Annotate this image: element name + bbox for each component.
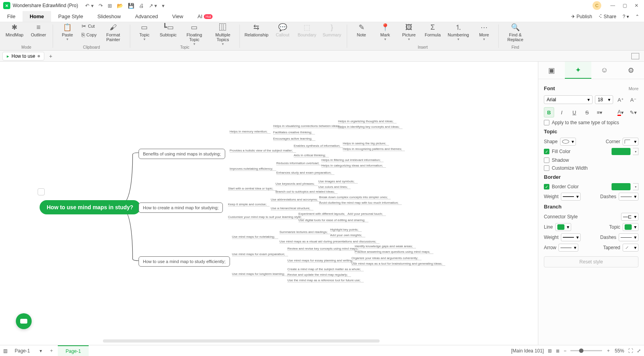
- menu-file[interactable]: File: [0, 11, 23, 22]
- floating-topic-button[interactable]: ▭Floating Topic▼: [181, 22, 208, 48]
- sub[interactable]: Helps in recognizing patterns and themes…: [343, 147, 402, 151]
- line-color-select[interactable]: ▾: [555, 223, 571, 231]
- font-size-select[interactable]: 18▾: [595, 95, 613, 104]
- sub[interactable]: Provides a holistic view of the subject …: [230, 149, 293, 152]
- sub[interactable]: Highlight key points;: [330, 228, 359, 231]
- add-tab-button[interactable]: +: [47, 53, 55, 59]
- sub[interactable]: Encourages active learning;: [273, 137, 312, 140]
- menu-page-style[interactable]: Page Style: [51, 11, 90, 22]
- add-page-button[interactable]: ＋: [49, 347, 54, 354]
- reset-style-button[interactable]: Reset style: [544, 256, 638, 267]
- collapse-ribbon-icon[interactable]: ⌃: [635, 14, 639, 19]
- zoom-in-button[interactable]: ＋: [606, 347, 611, 354]
- strike-button[interactable]: S: [582, 107, 592, 117]
- sub[interactable]: Use keywords and phrases;: [275, 182, 315, 186]
- customize-width-check[interactable]: [544, 165, 549, 171]
- canvas[interactable]: How to use mind maps in study? Benefits …: [0, 62, 538, 345]
- assistant-bubble[interactable]: [16, 313, 32, 329]
- menu-ai[interactable]: AIHot: [190, 11, 220, 22]
- redo-icon[interactable]: ↷: [99, 3, 103, 9]
- help-icon[interactable]: ? ▾: [623, 14, 629, 19]
- sub[interactable]: Organize your ideas and arguments cohere…: [351, 256, 418, 260]
- menu-slideshow[interactable]: Slideshow: [90, 11, 128, 22]
- shape-select[interactable]: ▾: [560, 138, 576, 146]
- panel-tab-style[interactable]: ✦: [565, 62, 591, 79]
- sub[interactable]: Enables synthesis of information;: [294, 144, 340, 148]
- panel-tab-icon[interactable]: ☺: [591, 62, 618, 79]
- sub[interactable]: Add your own insights;: [330, 233, 362, 237]
- picture-button[interactable]: 🖼Picture▼: [398, 22, 420, 43]
- doc-tab[interactable]: ▸ How to use: [2, 52, 44, 61]
- zoom-slider[interactable]: [570, 350, 602, 351]
- h-scrollbar[interactable]: [103, 339, 380, 343]
- sub[interactable]: Avoid cluttering the mind map with too m…: [319, 201, 399, 205]
- highlight-button[interactable]: ✎▾: [628, 107, 638, 117]
- mark-button[interactable]: 📍Mark▼: [374, 22, 396, 43]
- save-icon[interactable]: 💾: [128, 3, 134, 9]
- sub[interactable]: Use mind maps as a visual aid during pre…: [279, 240, 376, 243]
- branch-dashes-select[interactable]: ▾: [619, 233, 638, 241]
- tapered-select[interactable]: ⟋▾: [623, 244, 638, 252]
- sub[interactable]: Use digital tools for ease of editing an…: [298, 218, 365, 222]
- font-family-select[interactable]: Arial▾: [544, 95, 593, 104]
- sub[interactable]: Practice answering exam questions using …: [355, 250, 430, 254]
- relationship-button[interactable]: ⇆Relationship: [243, 22, 270, 39]
- border-color-swatch[interactable]: [612, 183, 631, 190]
- root-node[interactable]: How to use mind maps in study?: [40, 200, 141, 214]
- branch-benefits[interactable]: Benefits of using mind maps in studying;: [139, 149, 225, 159]
- sub[interactable]: Helps in categorizing ideas and informat…: [321, 164, 383, 167]
- more-qat-icon[interactable]: ▾: [162, 3, 165, 9]
- outliner-mode-button[interactable]: ≡Outliner: [27, 22, 49, 39]
- sub[interactable]: Use mind maps for exam preparation;: [232, 252, 285, 256]
- sub[interactable]: Helps in visualizing connections between…: [273, 124, 340, 128]
- multiple-topics-button[interactable]: ⿲Multiple Topics▼: [209, 22, 236, 48]
- export-icon[interactable]: ↗ ▾: [149, 3, 158, 9]
- italic-button[interactable]: I: [557, 107, 567, 117]
- sub[interactable]: Use mind maps as a tool for brainstormin…: [351, 262, 442, 265]
- paste-button[interactable]: 📋Paste▼: [56, 22, 78, 43]
- sub[interactable]: Helps in identifying key concepts and id…: [338, 125, 399, 129]
- sub[interactable]: Start with a central idea or topic;: [228, 187, 273, 190]
- sub[interactable]: Use mind maps for essay planning and wri…: [287, 259, 353, 262]
- sub[interactable]: Summarize lectures and readings;: [279, 230, 327, 234]
- subtopic-button[interactable]: ┗▭Subtopic: [157, 22, 179, 39]
- apply-same-check[interactable]: [544, 120, 549, 125]
- sub[interactable]: Facilitates creative thinking;: [273, 131, 312, 134]
- font-more-link[interactable]: More: [629, 86, 638, 91]
- pages-icon[interactable]: ▥: [3, 348, 8, 354]
- sub[interactable]: Aids in critical thinking;: [294, 153, 326, 157]
- font-color-button[interactable]: A▾: [616, 107, 626, 117]
- border-weight-select[interactable]: ▾: [561, 193, 581, 201]
- sub[interactable]: Break down complex concepts into simpler…: [319, 195, 388, 199]
- toggle-panel-icon[interactable]: [631, 53, 639, 59]
- corner-select[interactable]: ▾: [623, 138, 638, 146]
- branch-weight-select[interactable]: ▾: [561, 233, 581, 241]
- sub[interactable]: Keep it simple and concise;: [228, 203, 266, 206]
- print-icon[interactable]: 🖨: [139, 3, 144, 9]
- more-insert-button[interactable]: ⋯More▼: [473, 22, 495, 43]
- sub[interactable]: Use a hierarchical structure;: [271, 206, 310, 210]
- branch-topic-color-select[interactable]: ▾: [623, 223, 638, 231]
- sub[interactable]: Use colors and lines;: [318, 185, 348, 189]
- fullscreen-icon[interactable]: ⤢: [637, 348, 641, 354]
- bold-button[interactable]: B: [544, 107, 554, 117]
- share-button[interactable]: ⠪ Share: [598, 14, 616, 19]
- node-handle-icon[interactable]: [38, 188, 45, 195]
- format-painter-button[interactable]: 🖌Format Painter: [100, 22, 127, 44]
- view-grid-icon[interactable]: ⊞: [548, 348, 552, 354]
- fit-icon[interactable]: ⛶: [628, 348, 633, 354]
- border-color-check[interactable]: ✓: [544, 184, 549, 189]
- open-icon[interactable]: 📂: [117, 3, 123, 9]
- numbering-button[interactable]: ⒈Numbering▼: [445, 22, 471, 43]
- new-icon[interactable]: ⊞: [108, 3, 112, 9]
- panel-tab-settings[interactable]: ⚙: [617, 62, 644, 79]
- sub[interactable]: Add your personal touch;: [348, 212, 383, 216]
- undo-icon[interactable]: ↶ ▾: [85, 3, 94, 9]
- sub[interactable]: Enhances study and exam preparation;: [276, 171, 331, 174]
- sub[interactable]: Revise and update the mind map regularly…: [287, 273, 348, 276]
- fill-color-dd[interactable]: ▾: [633, 148, 638, 155]
- sub[interactable]: Use images and symbols;: [318, 180, 355, 183]
- sub[interactable]: Reduces information overload;: [276, 161, 319, 165]
- font-decrease-button[interactable]: A⁻: [628, 95, 638, 105]
- border-dashes-select[interactable]: ▾: [619, 193, 638, 201]
